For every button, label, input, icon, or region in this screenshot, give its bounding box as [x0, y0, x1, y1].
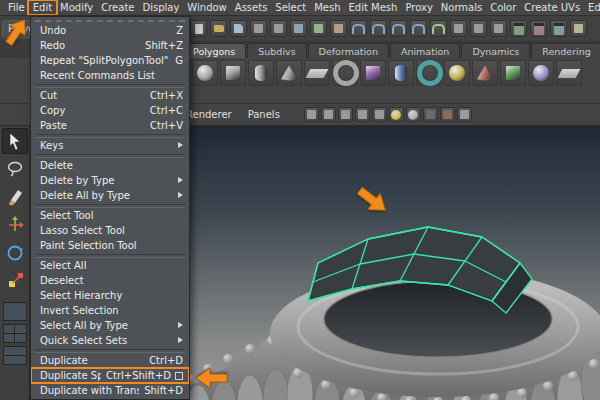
menu-item[interactable]: Cut Ctrl+X: [31, 88, 189, 103]
shelf-tab[interactable]: Subdivs: [247, 43, 306, 58]
poly-pipe-icon[interactable]: [388, 60, 414, 86]
menu-item[interactable]: Keys: [31, 138, 189, 153]
paint-select-tool-button[interactable]: [2, 184, 28, 210]
xray-icon[interactable]: [457, 107, 472, 122]
select-tool-button[interactable]: [2, 128, 28, 154]
snap-to-point-icon[interactable]: [390, 20, 407, 37]
make-live-icon[interactable]: [430, 20, 447, 37]
menubar-item[interactable]: Proxy: [401, 1, 436, 14]
menu-item[interactable]: Duplicate Ctrl+D: [31, 353, 189, 368]
snap-to-plane-icon[interactable]: [410, 20, 427, 37]
menu-item[interactable]: Redo Shift+Z: [31, 38, 189, 53]
lasso-tool-button[interactable]: [2, 156, 28, 182]
poly-helix-icon[interactable]: [416, 60, 442, 86]
menubar-item[interactable]: Select: [271, 1, 310, 14]
menu-item[interactable]: Quick Select Sets: [31, 333, 189, 348]
menu-item[interactable]: Select All: [31, 258, 189, 273]
menubar-item[interactable]: Normals: [437, 1, 486, 14]
poly-cone-icon[interactable]: [276, 60, 302, 86]
select-component-mode-icon[interactable]: [330, 20, 347, 37]
default-lighting-icon[interactable]: [389, 107, 404, 122]
output-connections-icon[interactable]: [470, 20, 487, 37]
poly-prism-icon[interactable]: [360, 60, 386, 86]
new-scene-icon[interactable]: [190, 20, 207, 37]
menubar-item[interactable]: Create: [97, 1, 138, 14]
textured-icon[interactable]: [440, 107, 455, 122]
panel-menu-item[interactable]: Renderer: [184, 109, 234, 120]
construction-history-icon[interactable]: [490, 20, 507, 37]
image-plane-icon[interactable]: [372, 107, 387, 122]
menu-tearoff-handle[interactable]: [35, 17, 185, 22]
shelf-tab[interactable]: Polygons: [182, 43, 246, 58]
menu-item[interactable]: Select Tool: [31, 208, 189, 223]
menubar-item[interactable]: Modify: [56, 1, 97, 14]
platonic-solid-icon[interactable]: [500, 60, 526, 86]
input-connections-icon[interactable]: [450, 20, 467, 37]
menubar-item[interactable]: Create UVs: [520, 1, 584, 14]
menu-item[interactable]: Copy Ctrl+C: [31, 103, 189, 118]
snap-to-grid-icon[interactable]: [350, 20, 367, 37]
open-scene-icon[interactable]: [210, 20, 227, 37]
menubar-item[interactable]: Window: [183, 1, 230, 14]
menu-item[interactable]: Paste Ctrl+V: [31, 118, 189, 133]
menu-item[interactable]: Delete by Type: [31, 173, 189, 188]
menu-item[interactable]: Delete All by Type: [31, 188, 189, 203]
four-pane-layout-button[interactable]: [3, 324, 27, 343]
subdiv-proxy-icon[interactable]: [556, 60, 582, 86]
shelf-tab[interactable]: Rendering: [531, 43, 600, 58]
menubar-item[interactable]: Edit Mesh: [345, 1, 402, 14]
menu-item[interactable]: Select All by Type: [31, 318, 189, 333]
menu-item[interactable]: Deselect: [31, 273, 189, 288]
menu-item[interactable]: Invert Selection: [31, 303, 189, 318]
open-render-view-icon[interactable]: [510, 20, 527, 37]
menubar-item[interactable]: Color: [486, 1, 520, 14]
option-box-icon[interactable]: [175, 372, 183, 380]
render-current-frame-icon[interactable]: [530, 20, 547, 37]
ipr-render-icon[interactable]: [550, 20, 567, 37]
bookmark-icon[interactable]: [355, 107, 370, 122]
select-object-mode-icon[interactable]: [310, 20, 327, 37]
menubar-item[interactable]: Edit UVs: [584, 1, 600, 14]
select-camera-icon[interactable]: [304, 107, 319, 122]
poly-cylinder-icon[interactable]: [248, 60, 274, 86]
move-tool-button[interactable]: [2, 212, 28, 238]
render-settings-icon[interactable]: [570, 20, 587, 37]
undo-icon[interactable]: [250, 20, 267, 37]
single-pane-layout-button[interactable]: [3, 302, 27, 321]
menu-item[interactable]: Recent Commands List: [31, 68, 189, 83]
menu-item[interactable]: Lasso Select Tool: [31, 223, 189, 238]
shelf-tab[interactable]: Deformation: [308, 43, 389, 58]
shadows-icon[interactable]: [423, 107, 438, 122]
menu-item[interactable]: Duplicate with Transform Shift+D: [31, 383, 189, 398]
menubar-item[interactable]: Display: [138, 1, 183, 14]
smooth-mesh-icon[interactable]: [528, 60, 554, 86]
poly-cube-icon[interactable]: [220, 60, 246, 86]
menu-item[interactable]: Delete: [31, 158, 189, 173]
rotate-tool-button[interactable]: [2, 240, 28, 266]
two-pane-layout-button[interactable]: [3, 346, 27, 365]
menu-item[interactable]: Paint Selection Tool: [31, 238, 189, 253]
menu-item[interactable]: Select Hierarchy: [31, 288, 189, 303]
shelf-tab[interactable]: Dynamics: [461, 43, 530, 58]
save-scene-icon[interactable]: [230, 20, 247, 37]
menu-item[interactable]: Undo Z: [31, 23, 189, 38]
poly-plane-icon[interactable]: [304, 60, 330, 86]
shelf-tab[interactable]: Animation: [390, 43, 460, 58]
menu-item[interactable]: Repeat "SplitPolygonTool" G: [31, 53, 189, 68]
select-hierarchy-mode-icon[interactable]: [290, 20, 307, 37]
redo-icon[interactable]: [270, 20, 287, 37]
poly-sphere-icon[interactable]: [192, 60, 218, 86]
menu-item[interactable]: Duplicate Special Ctrl+Shift+D: [31, 368, 189, 383]
menubar-item[interactable]: Edit: [29, 1, 56, 14]
poly-torus-icon[interactable]: [332, 60, 358, 86]
snap-to-curve-icon[interactable]: [370, 20, 387, 37]
scale-tool-button[interactable]: [2, 268, 28, 294]
camera-attributes-icon[interactable]: [338, 107, 353, 122]
poly-pyramid-icon[interactable]: [472, 60, 498, 86]
menubar-item[interactable]: Mesh: [310, 1, 344, 14]
all-lights-icon[interactable]: [406, 107, 421, 122]
panel-menu-item[interactable]: Panels: [246, 109, 282, 120]
menubar-item[interactable]: Assets: [231, 1, 272, 14]
poly-soccer-ball-icon[interactable]: [444, 60, 470, 86]
lock-camera-icon[interactable]: [321, 107, 336, 122]
